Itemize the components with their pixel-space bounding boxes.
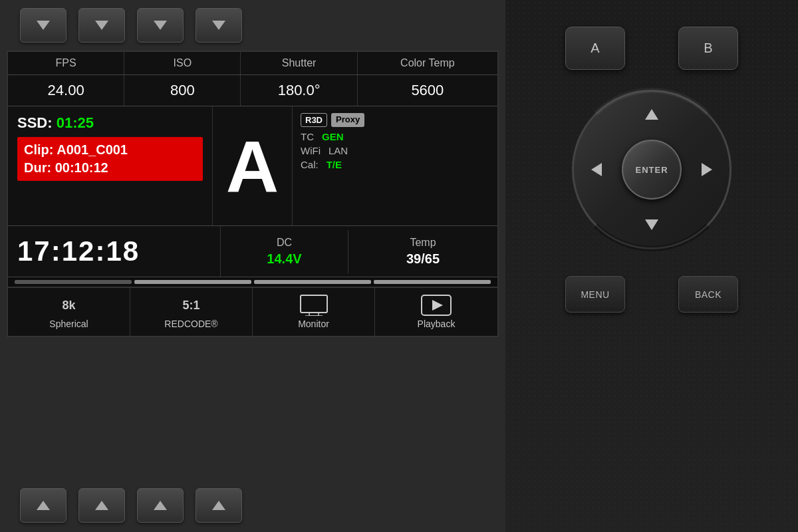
monitor-label: Monitor xyxy=(257,319,370,329)
header-row: FPS ISO Shutter Color Temp xyxy=(8,52,497,75)
dpad-up-arrow[interactable] xyxy=(640,102,664,126)
svg-marker-8 xyxy=(432,300,443,311)
tc-value: GEN xyxy=(322,131,344,142)
svg-rect-4 xyxy=(301,295,327,313)
timecode-display: 17:12:18 xyxy=(8,226,221,277)
codec-label: REDCODE® xyxy=(134,319,248,329)
cal-label: Cal: xyxy=(301,159,319,170)
tc-row: TC GEN xyxy=(301,131,489,142)
dpad-down-arrow[interactable] xyxy=(640,213,664,237)
iso-value: 800 xyxy=(124,75,241,106)
color-temp-header: Color Temp xyxy=(358,52,497,74)
svg-marker-11 xyxy=(154,501,167,510)
resolution-icon: 8k xyxy=(12,295,126,316)
dpad-right-arrow[interactable] xyxy=(695,158,719,182)
dpad-left-arrow[interactable] xyxy=(585,158,608,182)
prog-seg-2 xyxy=(134,280,251,284)
lens-label: Spherical xyxy=(12,319,126,329)
left-arrow-icon xyxy=(590,162,603,178)
compression-value: 5:1 xyxy=(182,299,200,313)
ssd-clip-col: SSD: 01:25 Clip: A001_C001 Dur: 00:10:12 xyxy=(8,106,213,225)
format-badges: R3D Proxy xyxy=(301,113,489,127)
lcd-display: FPS ISO Shutter Color Temp 24.00 800 180… xyxy=(7,51,499,337)
cal-value: T/E xyxy=(327,159,342,170)
down-arrow-icon xyxy=(644,218,660,231)
svg-marker-16 xyxy=(702,163,712,176)
b-button-label: B xyxy=(704,41,712,56)
menu-button[interactable]: MENU xyxy=(565,276,625,313)
arrow-up-btn-4[interactable] xyxy=(196,488,242,523)
r3d-badge: R3D xyxy=(301,113,327,127)
arrow-up-btn-2[interactable] xyxy=(78,488,125,523)
svg-marker-12 xyxy=(212,501,225,510)
menu-back-row: MENU BACK xyxy=(565,276,738,313)
bottom-arrow-row xyxy=(0,479,505,532)
prog-seg-1 xyxy=(15,280,132,284)
shutter-value: 180.0° xyxy=(241,75,357,106)
footer-buttons: 8k Spherical 5:1 REDCODE® Monito xyxy=(8,287,497,336)
temp-value: 39/65 xyxy=(358,251,488,267)
format-info-col: R3D Proxy TC GEN WiFi LAN Cal: T/E xyxy=(293,106,497,225)
svg-marker-15 xyxy=(591,163,602,176)
camera-letter: A xyxy=(226,130,279,203)
arrow-up-btn-3[interactable] xyxy=(137,488,184,523)
monitor-icon xyxy=(300,295,328,316)
compression-icon: 5:1 xyxy=(134,295,248,316)
playback-icon-container xyxy=(379,295,493,316)
values-row: 24.00 800 180.0° 5600 xyxy=(8,75,497,106)
dpad-ring[interactable]: ENTER xyxy=(572,90,732,249)
shutter-header: Shutter xyxy=(241,52,357,74)
monitor-btn[interactable]: Monitor xyxy=(253,288,375,336)
clip-name: Clip: A001_C001 xyxy=(24,142,196,158)
svg-marker-3 xyxy=(212,21,225,30)
progress-bar xyxy=(8,277,497,287)
color-temp-value: 5600 xyxy=(358,75,497,106)
menu-button-label: MENU xyxy=(581,289,609,300)
b-button[interactable]: B xyxy=(678,27,738,70)
arrow-down-btn-1[interactable] xyxy=(20,8,66,43)
monitor-icon-container xyxy=(257,295,370,316)
playback-btn[interactable]: Playback xyxy=(375,288,497,336)
right-arrow-icon xyxy=(700,162,714,178)
fps-header: FPS xyxy=(8,52,124,74)
compression-btn[interactable]: 5:1 REDCODE® xyxy=(130,288,253,336)
svg-marker-13 xyxy=(645,109,658,120)
a-button[interactable]: A xyxy=(565,27,625,70)
a-button-label: A xyxy=(591,41,599,56)
svg-marker-1 xyxy=(95,21,108,30)
svg-marker-14 xyxy=(645,219,658,230)
dc-value: 14.4V xyxy=(230,251,338,267)
dpad-container: ENTER xyxy=(572,90,732,249)
back-button[interactable]: BACK xyxy=(678,276,738,313)
clip-block: Clip: A001_C001 Dur: 00:10:12 xyxy=(17,137,203,181)
resolution-btn[interactable]: 8k Spherical xyxy=(8,288,130,336)
playback-icon xyxy=(421,295,452,316)
arrow-down-btn-4[interactable] xyxy=(196,8,242,43)
cal-row: Cal: T/E xyxy=(301,159,489,170)
lan-label: LAN xyxy=(329,145,348,156)
up-arrow-icon xyxy=(644,108,660,121)
arrow-down-btn-3[interactable] xyxy=(137,8,184,43)
camera-letter-col: A xyxy=(213,106,293,225)
temp-label: Temp xyxy=(358,237,488,249)
enter-button[interactable]: ENTER xyxy=(622,140,682,200)
arrow-down-btn-2[interactable] xyxy=(78,8,125,43)
playback-label: Playback xyxy=(379,319,493,329)
proxy-badge: Proxy xyxy=(331,113,364,127)
temp-cell: Temp 39/65 xyxy=(348,230,497,273)
wifi-label: WiFi xyxy=(301,145,321,156)
bottom-bar: 17:12:18 DC 14.4V Temp 39/65 xyxy=(8,226,497,277)
arrow-up-btn-1[interactable] xyxy=(20,488,66,523)
ssd-time: 01:25 xyxy=(57,114,94,131)
middle-section: SSD: 01:25 Clip: A001_C001 Dur: 00:10:12… xyxy=(8,106,497,226)
prog-seg-4 xyxy=(374,280,491,284)
dc-label: DC xyxy=(230,237,338,249)
ssd-row: SSD: 01:25 xyxy=(17,114,203,132)
ssd-label: SSD: xyxy=(17,114,53,131)
camera-panel: FPS ISO Shutter Color Temp 24.00 800 180… xyxy=(0,0,505,532)
svg-marker-2 xyxy=(154,21,167,30)
ab-row: A B xyxy=(565,27,738,70)
top-arrow-row xyxy=(0,0,505,51)
dc-cell: DC 14.4V xyxy=(221,230,348,273)
dur-row: Dur: 00:10:12 xyxy=(24,160,196,176)
